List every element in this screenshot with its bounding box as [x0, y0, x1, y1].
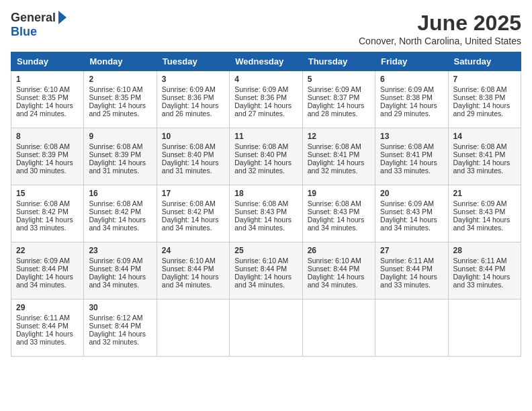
- sunrise-text: Sunrise: 6:08 AM: [380, 142, 434, 150]
- day-cell-22: 22Sunrise: 6:09 AMSunset: 8:44 PMDayligh…: [11, 242, 84, 300]
- sunrise-text: Sunrise: 6:08 AM: [16, 199, 70, 208]
- day-number: 5: [308, 75, 370, 84]
- day-number: 22: [16, 246, 79, 255]
- sunrise-text: Sunrise: 6:11 AM: [453, 257, 507, 265]
- calendar-header: SundayMondayTuesdayWednesdayThursdayFrid…: [11, 52, 521, 71]
- daylight-text: Daylight: 14 hours and 29 minutes.: [453, 101, 511, 118]
- day-number: 21: [453, 189, 516, 198]
- sunrise-text: Sunrise: 6:09 AM: [380, 199, 434, 208]
- day-number: 12: [308, 132, 370, 141]
- day-cell-16: 16Sunrise: 6:08 AMSunset: 8:42 PMDayligh…: [84, 185, 157, 242]
- sunset-text: Sunset: 8:35 PM: [16, 93, 69, 101]
- day-cell-27: 27Sunrise: 6:11 AMSunset: 8:44 PMDayligh…: [375, 242, 448, 300]
- sunset-text: Sunset: 8:35 PM: [89, 93, 141, 101]
- main-title: June 2025: [359, 11, 521, 36]
- day-number: 17: [162, 189, 224, 198]
- day-number: 26: [308, 246, 370, 255]
- daylight-text: Daylight: 14 hours and 34 minutes.: [89, 273, 146, 289]
- daylight-text: Daylight: 14 hours and 28 minutes.: [308, 101, 365, 118]
- day-cell-1: 1Sunrise: 6:10 AMSunset: 8:35 PMDaylight…: [11, 71, 84, 128]
- day-number: 28: [453, 246, 516, 255]
- sunset-text: Sunset: 8:43 PM: [380, 208, 433, 216]
- day-cell-29: 29Sunrise: 6:11 AMSunset: 8:44 PMDayligh…: [11, 300, 84, 357]
- day-number: 13: [380, 132, 443, 141]
- daylight-text: Daylight: 14 hours and 34 minutes.: [308, 273, 365, 289]
- header-day-thursday: Thursday: [302, 52, 375, 71]
- sunrise-text: Sunrise: 6:10 AM: [234, 257, 288, 265]
- sunset-text: Sunset: 8:41 PM: [308, 150, 360, 158]
- sunset-text: Sunset: 8:44 PM: [89, 265, 141, 273]
- day-number: 8: [16, 132, 79, 141]
- sunset-text: Sunset: 8:36 PM: [234, 93, 287, 101]
- day-number: 2: [89, 75, 151, 84]
- week-row-1: 1Sunrise: 6:10 AMSunset: 8:35 PMDaylight…: [11, 71, 521, 128]
- day-cell-20: 20Sunrise: 6:09 AMSunset: 8:43 PMDayligh…: [375, 185, 448, 242]
- sunrise-text: Sunrise: 6:08 AM: [234, 142, 288, 150]
- daylight-text: Daylight: 14 hours and 33 minutes.: [380, 273, 437, 289]
- sunset-text: Sunset: 8:42 PM: [89, 208, 141, 216]
- day-cell-21: 21Sunrise: 6:09 AMSunset: 8:43 PMDayligh…: [448, 185, 521, 242]
- day-cell-8: 8Sunrise: 6:08 AMSunset: 8:39 PMDaylight…: [11, 128, 84, 185]
- day-cell-19: 19Sunrise: 6:08 AMSunset: 8:43 PMDayligh…: [302, 185, 375, 242]
- sunrise-text: Sunrise: 6:08 AM: [453, 142, 507, 150]
- day-cell-23: 23Sunrise: 6:09 AMSunset: 8:44 PMDayligh…: [84, 242, 157, 300]
- daylight-text: Daylight: 14 hours and 25 minutes.: [89, 101, 146, 118]
- day-cell-24: 24Sunrise: 6:10 AMSunset: 8:44 PMDayligh…: [157, 242, 229, 300]
- day-cell-2: 2Sunrise: 6:10 AMSunset: 8:35 PMDaylight…: [84, 71, 157, 128]
- day-number: 30: [89, 303, 151, 312]
- day-number: 3: [162, 75, 224, 84]
- day-number: 11: [234, 132, 297, 141]
- week-row-2: 8Sunrise: 6:08 AMSunset: 8:39 PMDaylight…: [11, 128, 521, 185]
- sunrise-text: Sunrise: 6:09 AM: [89, 257, 142, 265]
- calendar-body: 1Sunrise: 6:10 AMSunset: 8:35 PMDaylight…: [11, 71, 521, 357]
- day-number: 29: [16, 303, 79, 312]
- sunrise-text: Sunrise: 6:08 AM: [89, 199, 142, 208]
- daylight-text: Daylight: 14 hours and 34 minutes.: [162, 216, 219, 232]
- logo-general-text: General: [11, 11, 56, 25]
- empty-cell: [375, 300, 448, 357]
- logo: General Blue: [11, 11, 66, 39]
- header: General Blue June 2025 Conover, North Ca…: [11, 11, 521, 46]
- daylight-text: Daylight: 14 hours and 33 minutes.: [16, 216, 73, 232]
- sunrise-text: Sunrise: 6:11 AM: [16, 314, 70, 322]
- sunset-text: Sunset: 8:41 PM: [453, 150, 506, 158]
- day-cell-4: 4Sunrise: 6:09 AMSunset: 8:36 PMDaylight…: [230, 71, 302, 128]
- day-number: 19: [308, 189, 370, 198]
- sunset-text: Sunset: 8:43 PM: [453, 208, 506, 216]
- daylight-text: Daylight: 14 hours and 34 minutes.: [380, 216, 437, 232]
- sunrise-text: Sunrise: 6:09 AM: [162, 85, 216, 93]
- week-row-5: 29Sunrise: 6:11 AMSunset: 8:44 PMDayligh…: [11, 300, 521, 357]
- empty-cell: [157, 300, 229, 357]
- sunrise-text: Sunrise: 6:12 AM: [89, 314, 142, 322]
- sunrise-text: Sunrise: 6:08 AM: [162, 199, 216, 208]
- sunset-text: Sunset: 8:37 PM: [308, 93, 360, 101]
- day-cell-6: 6Sunrise: 6:09 AMSunset: 8:38 PMDaylight…: [375, 71, 448, 128]
- daylight-text: Daylight: 14 hours and 33 minutes.: [16, 330, 73, 346]
- week-row-3: 15Sunrise: 6:08 AMSunset: 8:42 PMDayligh…: [11, 185, 521, 242]
- sunset-text: Sunset: 8:41 PM: [380, 150, 433, 158]
- header-day-tuesday: Tuesday: [157, 52, 229, 71]
- sunrise-text: Sunrise: 6:08 AM: [89, 142, 142, 150]
- sunset-text: Sunset: 8:42 PM: [162, 208, 214, 216]
- daylight-text: Daylight: 14 hours and 26 minutes.: [162, 101, 219, 118]
- day-cell-14: 14Sunrise: 6:08 AMSunset: 8:41 PMDayligh…: [448, 128, 521, 185]
- sunrise-text: Sunrise: 6:09 AM: [308, 85, 361, 93]
- day-number: 15: [16, 189, 79, 198]
- daylight-text: Daylight: 14 hours and 34 minutes.: [16, 273, 73, 289]
- sunset-text: Sunset: 8:44 PM: [380, 265, 433, 273]
- day-cell-12: 12Sunrise: 6:08 AMSunset: 8:41 PMDayligh…: [302, 128, 375, 185]
- sunrise-text: Sunrise: 6:09 AM: [16, 257, 70, 265]
- sunset-text: Sunset: 8:44 PM: [162, 265, 214, 273]
- daylight-text: Daylight: 14 hours and 32 minutes.: [234, 158, 292, 175]
- sunset-text: Sunset: 8:42 PM: [16, 208, 69, 216]
- header-day-wednesday: Wednesday: [230, 52, 302, 71]
- daylight-text: Daylight: 14 hours and 31 minutes.: [89, 158, 146, 175]
- logo-blue-text: Blue: [11, 25, 37, 39]
- sunrise-text: Sunrise: 6:10 AM: [89, 85, 142, 93]
- daylight-text: Daylight: 14 hours and 34 minutes.: [308, 216, 365, 232]
- day-number: 23: [89, 246, 151, 255]
- title-area: June 2025 Conover, North Carolina, Unite…: [359, 11, 521, 46]
- day-number: 7: [453, 75, 516, 84]
- empty-cell: [230, 300, 302, 357]
- day-cell-15: 15Sunrise: 6:08 AMSunset: 8:42 PMDayligh…: [11, 185, 84, 242]
